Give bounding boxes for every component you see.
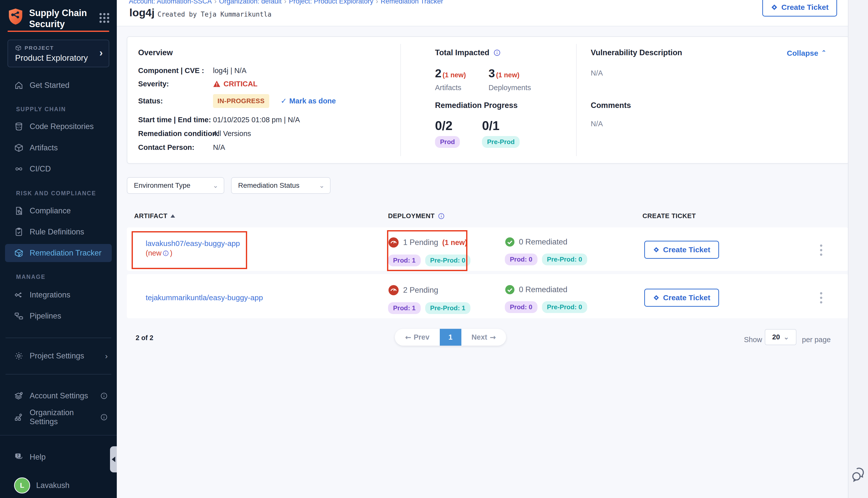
next-page-button[interactable]: Next → xyxy=(462,333,506,342)
ticket-diamond-icon xyxy=(653,294,660,301)
severity-label: Severity: xyxy=(138,80,213,88)
breadcrumb-account[interactable]: Account: Automation-SSCA xyxy=(129,0,212,5)
table-row: tejakummarikuntla/easy-buggy-app 2 Pendi… xyxy=(127,274,848,318)
chat-bubbles-icon xyxy=(851,467,866,483)
artifacts-new-count: (1 new) xyxy=(442,71,466,79)
sidebar-item-remediation-tracker[interactable]: Remediation Tracker xyxy=(5,244,112,262)
overview-title: Overview xyxy=(138,48,173,57)
sidebar-item-help[interactable]: ? Help xyxy=(0,448,117,466)
sidebar-item-organization-settings[interactable]: Organization Settings xyxy=(0,409,117,426)
component-label: Component | CVE : xyxy=(138,66,213,75)
sidebar-divider xyxy=(5,374,111,375)
sidebar-item-label: Get Started xyxy=(30,81,69,90)
user-name: Lavakush xyxy=(36,481,69,490)
sidebar-item-rule-definitions[interactable]: Rule Definitions xyxy=(0,223,117,240)
column-header-artifact[interactable]: ARTIFACT xyxy=(134,212,175,220)
sidebar-item-code-repositories[interactable]: </> Code Repositories xyxy=(0,118,117,135)
sidebar-item-label: Pipelines xyxy=(30,312,61,320)
support-chat-button[interactable] xyxy=(851,467,866,483)
page-size-select[interactable]: 20 ⌄ xyxy=(765,329,796,345)
environment-type-filter[interactable]: Environment Type ⌄ xyxy=(127,177,224,194)
row-menu-button[interactable] xyxy=(817,290,825,306)
breadcrumb-project[interactable]: Project: Product Exploratory xyxy=(284,0,373,5)
prev-page-button[interactable]: ← Prev xyxy=(395,333,440,342)
remediated-count: 0 Remediated xyxy=(519,237,567,247)
artifact-link[interactable]: lavakush07/easy-buggy-app xyxy=(146,238,240,249)
impacted-artifacts: 2 (1 new) Artifacts xyxy=(435,66,466,92)
project-selector[interactable]: PROJECT Product Exploratory › xyxy=(8,40,109,67)
sidebar-item-label: Project Settings xyxy=(30,351,84,361)
sidebar-item-artifacts[interactable]: Artifacts xyxy=(0,139,117,156)
info-icon[interactable] xyxy=(438,213,445,220)
sidebar-item-label: Integrations xyxy=(30,290,70,300)
info-icon[interactable] xyxy=(163,250,169,257)
remediation-status-filter[interactable]: Remediation Status ⌄ xyxy=(231,177,331,194)
remediated-cell: 0 Remediated Prod: 0 Pre-Prod: 0 xyxy=(505,285,587,313)
chevron-down-icon: ⌄ xyxy=(319,182,324,189)
info-icon[interactable] xyxy=(493,49,501,56)
ticket-diamond-icon xyxy=(771,4,778,11)
deployments-new-count: (1 new) xyxy=(496,71,519,79)
pagination: ← Prev 1 Next → xyxy=(395,329,506,346)
gear-icon xyxy=(14,351,24,361)
apps-grid-icon[interactable] xyxy=(100,13,109,23)
sidebar-item-get-started[interactable]: Get Started xyxy=(0,77,117,94)
deployments-label: Deployments xyxy=(489,83,531,92)
collapse-left-icon xyxy=(112,457,115,462)
info-icon[interactable] xyxy=(100,392,108,399)
create-ticket-button[interactable]: Create Ticket xyxy=(762,0,837,16)
info-icon[interactable] xyxy=(100,414,108,421)
prod-badge: Prod xyxy=(435,136,460,148)
artifacts-label: Artifacts xyxy=(435,83,466,92)
sidebar-item-project-settings[interactable]: Project Settings › xyxy=(0,348,117,365)
user-menu[interactable]: L Lavakush xyxy=(0,477,117,494)
layers-gear-icon xyxy=(14,391,24,401)
section-risk-and-compliance: RISK AND COMPLIANCE xyxy=(16,190,96,197)
sidebar-item-label: Code Repositories xyxy=(30,122,94,131)
sidebar-item-label: Help xyxy=(30,453,46,462)
condition-value: All Versions xyxy=(213,130,251,138)
deployment-cell: 1 Pending (1 new) Prod: 1 Pre-Prod: 0 xyxy=(388,237,470,266)
sidebar-collapse-handle[interactable] xyxy=(110,446,117,472)
sidebar-divider xyxy=(5,338,111,338)
time-label: Start time | End time: xyxy=(138,116,213,124)
remediated-icon xyxy=(505,237,515,247)
main-content: Account: Automation-SSCA Organization: d… xyxy=(117,0,868,498)
preprod-badge: Pre-Prod: 0 xyxy=(425,254,470,266)
page-number-button[interactable]: 1 xyxy=(440,329,462,346)
sidebar-item-pipelines[interactable]: Pipelines xyxy=(0,307,117,325)
sidebar-item-integrations[interactable]: Integrations xyxy=(0,286,117,303)
warning-triangle-icon xyxy=(213,80,221,87)
component-value: log4j | N/A xyxy=(213,66,246,75)
sidebar-item-label: Compliance xyxy=(30,206,71,215)
page-subtitle: Created by Teja Kummarikuntla xyxy=(157,11,272,18)
progress-prod: 0/2 Prod xyxy=(435,118,460,148)
artifact-link[interactable]: tejakummarikuntla/easy-buggy-app xyxy=(146,292,263,303)
row-menu-button[interactable] xyxy=(817,242,825,258)
show-label: Show xyxy=(744,336,762,344)
integrations-icon xyxy=(14,290,24,300)
breadcrumb-organization[interactable]: Organization: default xyxy=(214,0,282,5)
overview-card: Overview Component | CVE : log4j | N/A S… xyxy=(127,36,850,163)
org-gear-icon xyxy=(14,412,24,422)
sidebar-item-account-settings[interactable]: Account Settings xyxy=(0,387,117,404)
sort-asc-icon xyxy=(170,214,175,218)
create-ticket-button[interactable]: Create Ticket xyxy=(644,241,719,259)
sidebar-item-cicd[interactable]: CI/CD xyxy=(0,160,117,178)
remediated-icon xyxy=(505,285,515,295)
page-title: log4j xyxy=(129,6,154,19)
sidebar-item-compliance[interactable]: Compliance xyxy=(0,202,117,219)
contact-value: N/A xyxy=(213,143,225,152)
artifact-cell: lavakush07/easy-buggy-app (new ) xyxy=(146,238,240,257)
breadcrumb-current[interactable]: Remediation Tracker xyxy=(376,0,443,5)
deployment-cell: 2 Pending Prod: 1 Pre-Prod: 1 xyxy=(388,285,470,314)
create-ticket-button[interactable]: Create Ticket xyxy=(644,289,719,307)
app-title: Supply Chain Security xyxy=(29,8,89,30)
arrow-left-icon: ← xyxy=(405,333,411,342)
brand: Supply Chain Security xyxy=(8,8,109,30)
mark-as-done-button[interactable]: ✓ Mark as done xyxy=(281,97,336,105)
chevron-down-icon: ⌄ xyxy=(783,333,789,341)
contact-label: Contact Person: xyxy=(138,143,213,152)
collapse-toggle[interactable]: Collapse ⌃ xyxy=(787,49,826,57)
comments-title: Comments xyxy=(591,101,631,110)
